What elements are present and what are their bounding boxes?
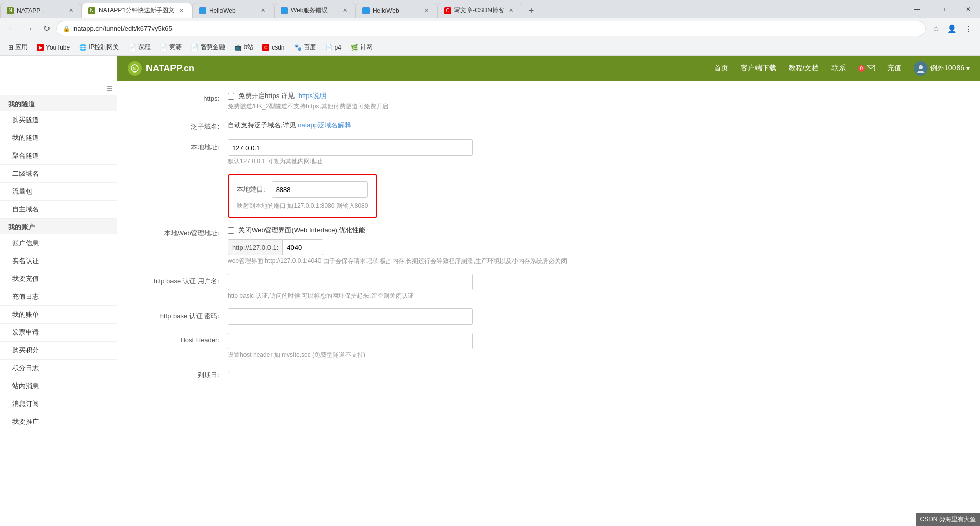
bookmark-contest[interactable]: 📄 竞赛 xyxy=(156,41,186,53)
web-mgmt-content: 关闭Web管理界面(Web Interface),优化性能 http://127… xyxy=(228,226,960,266)
reload-button[interactable]: ↻ xyxy=(39,21,54,36)
close-button[interactable]: ✕ xyxy=(957,0,980,18)
tab-3[interactable]: 🌐 HelloWeb ✕ xyxy=(192,3,274,18)
https-checkbox[interactable] xyxy=(228,93,234,100)
bookmark-contest-favicon: 📄 xyxy=(160,44,167,51)
web-mgmt-checkbox[interactable] xyxy=(228,227,234,234)
sidebar-item-site-msg[interactable]: 站内消息 xyxy=(0,377,117,395)
bookmark-course-label: 课程 xyxy=(138,43,151,52)
subdomain-link[interactable]: natapp泛域名解释 xyxy=(298,121,351,129)
bookmark-youtube[interactable]: ▶ YouTube xyxy=(33,42,74,53)
site-nav: 首页 客户端下载 教程/文档 联系 0 充值 例外10086 ▾ xyxy=(714,61,970,76)
tab-2-close[interactable]: ✕ xyxy=(178,7,186,15)
sidebar-item-my-tunnel[interactable]: 我的隧道 xyxy=(0,129,117,147)
sidebar-item-buy-tunnel[interactable]: 购买隧道 xyxy=(0,111,117,129)
http-auth-user-form-row: http base 认证 用户名: http basic 认证,访问的时候,可以… xyxy=(138,274,960,300)
host-header-input[interactable] xyxy=(228,333,473,349)
tab-2-title: NATAPP1分钟快速新手图文 xyxy=(99,6,175,15)
profile-button[interactable]: 👤 xyxy=(944,21,960,36)
tab-4[interactable]: 🌐 Web服务错误 ✕ xyxy=(274,3,356,18)
http-auth-user-input[interactable] xyxy=(228,274,473,290)
sidebar-item-custom-domain[interactable]: 自主域名 xyxy=(0,201,117,219)
bookmark-course[interactable]: 📄 课程 xyxy=(125,41,155,53)
bookmark-p4[interactable]: 📄 p4 xyxy=(321,42,346,53)
sidebar-item-recharge[interactable]: 我要充值 xyxy=(0,270,117,288)
user-avatar-icon xyxy=(917,64,925,73)
tab-5-close[interactable]: ✕ xyxy=(423,7,431,15)
tab-1[interactable]: N NATAPP - ✕ xyxy=(0,3,82,18)
local-addr-content: 默认127.0.0.1 可改为其他内网地址 xyxy=(228,139,960,166)
sidebar-item-recharge-log[interactable]: 充值日志 xyxy=(0,288,117,306)
sidebar-collapse-btn[interactable]: ☰ xyxy=(0,81,117,95)
host-header-content: 设置host header 如 mysite.sec (免费型隧道不支持) xyxy=(228,333,960,360)
forward-button[interactable]: → xyxy=(21,21,37,36)
bookmark-csdn-label: csdn xyxy=(272,44,284,51)
sidebar-item-msg-subscribe[interactable]: 消息订阅 xyxy=(0,395,117,413)
http-auth-pass-input[interactable] xyxy=(228,308,473,325)
local-addr-input[interactable] xyxy=(228,139,473,156)
sidebar-item-account-info[interactable]: 账户信息 xyxy=(0,234,117,252)
tab-6[interactable]: C 写文章-CSDN博客 ✕ xyxy=(437,3,522,18)
nav-badge-area: 0 xyxy=(858,65,875,72)
toolbar-right: ☆ 👤 ⋮ xyxy=(928,21,976,36)
nav-home[interactable]: 首页 xyxy=(714,64,728,73)
minimize-button[interactable]: — xyxy=(905,0,929,18)
bookmark-ip[interactable]: 🌐 IP控制网关 xyxy=(75,41,123,53)
bookmark-apps[interactable]: ⊞ 应用 xyxy=(4,41,32,53)
bookmark-bili-label: b站 xyxy=(244,43,254,52)
local-port-label xyxy=(138,174,219,177)
local-port-input[interactable] xyxy=(272,181,369,198)
bookmark-apps-icon: ⊞ xyxy=(8,44,13,51)
tab-5[interactable]: 🌐 HelloWeb ✕ xyxy=(356,3,437,18)
sidebar-item-bill[interactable]: 我的账单 xyxy=(0,306,117,324)
address-bar-container[interactable]: 🔒 xyxy=(56,21,926,36)
logo-text: NATAPP.cn xyxy=(146,63,194,74)
web-addr-prefix: http://127.0.0.1: xyxy=(228,239,282,255)
menu-button[interactable]: ⋮ xyxy=(961,21,976,36)
subdomain-form-row: 泛子域名: 自动支持泛子域名,详见 natapp泛域名解释 xyxy=(138,119,960,131)
sidebar-item-points-log[interactable]: 积分日志 xyxy=(0,360,117,377)
subdomain-hint: 自动支持泛子域名,详见 natapp泛域名解释 xyxy=(228,121,960,130)
tab-3-close[interactable]: ✕ xyxy=(259,7,267,15)
sidebar-item-traffic[interactable]: 流量包 xyxy=(0,183,117,201)
subdomain-content: 自动支持泛子域名,详见 natapp泛域名解释 xyxy=(228,119,960,130)
address-input[interactable] xyxy=(74,25,919,32)
https-content: 免费开启https 详见 https说明 免费隧道/HK_2型隧道不支持http… xyxy=(228,91,960,111)
sidebar-item-invoice[interactable]: 发票申请 xyxy=(0,324,117,342)
nav-docs[interactable]: 教程/文档 xyxy=(789,64,819,73)
bookmark-finance[interactable]: 📄 智慧金融 xyxy=(187,41,229,53)
http-auth-user-hint: http basic 认证,访问的时候,可以将您的网址保护起来.留空则关闭认证 xyxy=(228,292,960,300)
back-button[interactable]: ← xyxy=(4,21,19,36)
tab-6-favicon: C xyxy=(444,7,451,14)
sidebar-item-subdomain[interactable]: 二级域名 xyxy=(0,165,117,183)
web-addr-row: http://127.0.0.1: xyxy=(228,239,960,255)
nav-recharge[interactable]: 充值 xyxy=(887,64,901,73)
nav-contact[interactable]: 联系 xyxy=(831,64,846,73)
sidebar-item-buy-points[interactable]: 购买积分 xyxy=(0,342,117,360)
tab-1-close[interactable]: ✕ xyxy=(67,7,75,15)
https-row: 免费开启https 详见 https说明 xyxy=(228,91,960,101)
bookmark-baidu[interactable]: 🐾 百度 xyxy=(290,41,320,53)
https-hint: 免费隧道/HK_2型隧道不支持https,其他付费隧道可免费开启 xyxy=(228,102,960,111)
http-auth-pass-form-row: http base 认证 密码: xyxy=(138,308,960,325)
https-link[interactable]: https说明 xyxy=(299,91,326,101)
tab-2[interactable]: N NATAPP1分钟快速新手图文 ✕ xyxy=(82,3,192,18)
bookmark-star-button[interactable]: ☆ xyxy=(928,21,943,36)
sidebar-item-real-name[interactable]: 实名认证 xyxy=(0,252,117,270)
sidebar-item-promote[interactable]: 我要推广 xyxy=(0,413,117,431)
tab-1-title: NATAPP - xyxy=(17,7,64,14)
maximize-button[interactable]: □ xyxy=(931,0,954,18)
bookmark-net[interactable]: 🌿 计网 xyxy=(347,41,377,53)
web-addr-port-input[interactable] xyxy=(282,239,323,255)
new-tab-button[interactable]: + xyxy=(524,4,538,18)
bookmark-bili[interactable]: 📺 b站 xyxy=(230,41,258,53)
subdomain-label: 泛子域名: xyxy=(138,119,219,131)
site-header-wrapper: N NATAPP.cn 首页 客户端下载 教程/文档 联系 0 充值 xyxy=(117,56,980,81)
nav-download[interactable]: 客户端下载 xyxy=(741,64,776,73)
nav-user[interactable]: 例外10086 ▾ xyxy=(914,61,970,76)
sidebar-item-aggregate-tunnel[interactable]: 聚合隧道 xyxy=(0,147,117,165)
tab-4-close[interactable]: ✕ xyxy=(341,7,349,15)
bookmark-csdn[interactable]: C csdn xyxy=(258,42,288,53)
bookmark-ip-favicon: 🌐 xyxy=(79,44,87,51)
tab-6-close[interactable]: ✕ xyxy=(507,7,516,15)
